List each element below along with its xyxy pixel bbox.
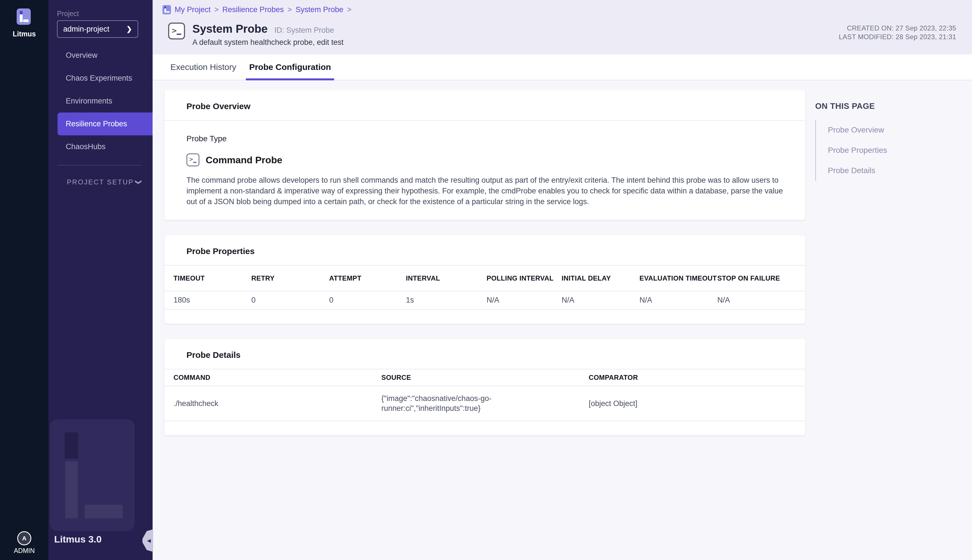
probe-type-label: Probe Type [187, 134, 787, 143]
on-this-page-nav: ON THIS PAGE Probe Overview Probe Proper… [815, 102, 934, 181]
column-header: STOP ON FAILURE [717, 274, 796, 282]
project-setup-label: PROJECT SETUP [67, 178, 134, 186]
breadcrumb-separator: > [287, 5, 292, 14]
account-rail: Litmus A ADMIN [0, 0, 48, 560]
project-setup-toggle[interactable]: PROJECT SETUP ❯ [67, 174, 143, 190]
command-probe-icon: > [187, 153, 199, 167]
probe-subtitle: A default system healthcheck probe, edit… [192, 38, 343, 47]
project-selector-value: admin-project [63, 25, 110, 33]
column-header: INITIAL DELAY [562, 274, 639, 282]
retry-value: 0 [251, 296, 329, 305]
column-header: ATTEMPT [329, 274, 406, 282]
admin-label: ADMIN [0, 547, 48, 555]
sidebar-divider [58, 165, 142, 165]
evaluation-timeout-value: N/A [639, 296, 717, 305]
project-label: Project [57, 10, 79, 18]
breadcrumb-system-probe[interactable]: System Probe [296, 5, 343, 14]
main-area: My Project > Resilience Probes > System … [153, 0, 972, 560]
column-header: INTERVAL [406, 274, 487, 282]
sidebar-item-resilience-probes[interactable]: Resilience Probes [58, 113, 153, 135]
title-row: > System Probe ID: System Probe A defaul… [168, 23, 343, 47]
sidebar-item-chaoshubs[interactable]: ChaosHubs [48, 135, 153, 158]
properties-header-row: TIMEOUT RETRY ATTEMPT INTERVAL POLLING I… [165, 266, 805, 291]
probe-properties-title: Probe Properties [165, 235, 805, 266]
logo-shape [20, 11, 23, 14]
logo-label: Litmus [0, 30, 48, 38]
avatar-letter: A [22, 535, 26, 542]
watermark-shape [65, 461, 78, 518]
logo-shape [20, 14, 23, 22]
breadcrumb: My Project > Resilience Probes > System … [162, 5, 352, 14]
probe-description: The command probe allows developers to r… [187, 175, 787, 207]
column-header: SOURCE [381, 373, 589, 382]
terminal-icon: > [168, 23, 185, 40]
probe-properties-card: Probe Properties TIMEOUT RETRY ATTEMPT I… [165, 235, 805, 324]
on-this-page-title: ON THIS PAGE [815, 102, 934, 111]
version-label: Litmus 3.0 [54, 534, 102, 545]
timeout-value: 180s [173, 296, 251, 305]
sidebar-nav: Overview Chaos Experiments Environments … [48, 44, 153, 158]
sidebar: Project admin-project ❯ Overview Chaos E… [48, 0, 153, 560]
timestamps: CREATED ON: 27 Sep 2023, 22:35 LAST MODI… [839, 24, 956, 41]
litmus-watermark [50, 419, 135, 531]
properties-value-row: 180s 0 0 1s N/A N/A N/A N/A [165, 291, 805, 310]
comparator-value: [object Object] [589, 399, 796, 408]
chevron-down-icon: ❯ [135, 180, 142, 185]
details-value-row: ./healthcheck {"image":"chaosnative/chao… [165, 386, 805, 421]
tab-execution-history[interactable]: Execution History [164, 54, 243, 80]
sidebar-item-overview[interactable]: Overview [48, 44, 153, 67]
probe-details-title: Probe Details [165, 339, 805, 369]
column-header: COMMAND [173, 373, 381, 382]
litmus-logo-icon[interactable] [17, 8, 31, 25]
probe-details-card: Probe Details COMMAND SOURCE COMPARATOR … [165, 339, 805, 435]
breadcrumb-my-project[interactable]: My Project [175, 5, 211, 14]
breadcrumb-separator: > [347, 5, 352, 14]
details-header-row: COMMAND SOURCE COMPARATOR [165, 369, 805, 386]
polling-interval-value: N/A [487, 296, 562, 305]
column-header: EVALUATION TIMEOUT [639, 274, 717, 282]
watermark-shape [65, 432, 78, 459]
column-header: TIMEOUT [173, 274, 251, 282]
avatar[interactable]: A [17, 531, 31, 545]
created-on: CREATED ON: 27 Sep 2023, 22:35 [839, 24, 956, 32]
command-value: ./healthcheck [173, 399, 381, 408]
anchor-probe-properties[interactable]: Probe Properties [828, 140, 934, 160]
anchor-probe-overview[interactable]: Probe Overview [828, 120, 934, 140]
watermark-shape [85, 505, 123, 518]
sidebar-item-environments[interactable]: Environments [48, 90, 153, 113]
attempt-value: 0 [329, 296, 406, 305]
interval-value: 1s [406, 296, 487, 305]
column-header: COMPARATOR [589, 373, 796, 382]
collapse-arrow-icon: ◀ [147, 538, 151, 543]
probe-id-label: ID: System Probe [275, 26, 334, 35]
column-header: POLLING INTERVAL [487, 274, 562, 282]
project-selector[interactable]: admin-project ❯ [57, 20, 138, 38]
chevron-right-icon: ❯ [127, 25, 132, 33]
tab-bar: Execution History Probe Configuration [153, 54, 972, 80]
logo-shape [23, 20, 28, 22]
stop-on-failure-value: N/A [717, 296, 796, 305]
probe-overview-title: Probe Overview [165, 90, 805, 121]
source-value: {"image":"chaosnative/chaos-go-runner:ci… [381, 393, 510, 413]
column-header: RETRY [251, 274, 329, 282]
initial-delay-value: N/A [562, 296, 639, 305]
breadcrumb-separator: > [214, 5, 219, 14]
last-modified: LAST MODIFIED: 28 Sep 2023, 21:31 [839, 32, 956, 41]
probe-overview-card: Probe Overview Probe Type > Command Prob… [165, 90, 805, 220]
probe-type-value: Command Probe [206, 155, 282, 165]
breadcrumb-logo-icon [162, 5, 171, 14]
page-title: System Probe [192, 23, 268, 35]
page-header: My Project > Resilience Probes > System … [153, 0, 972, 54]
anchor-probe-details[interactable]: Probe Details [828, 160, 934, 181]
breadcrumb-resilience-probes[interactable]: Resilience Probes [222, 5, 284, 14]
tab-probe-configuration[interactable]: Probe Configuration [243, 54, 337, 80]
sidebar-item-chaos-experiments[interactable]: Chaos Experiments [48, 67, 153, 90]
